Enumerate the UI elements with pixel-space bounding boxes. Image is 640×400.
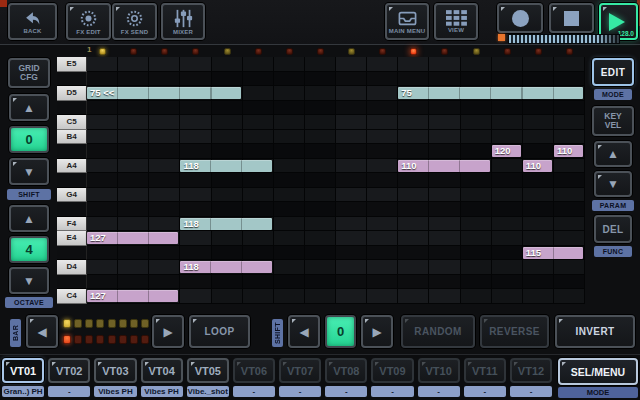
grid-cell[interactable] (429, 217, 460, 232)
grid-cell[interactable] (523, 289, 554, 304)
invert-button[interactable]: INVERT (555, 315, 635, 348)
grid-cell[interactable] (554, 101, 585, 116)
grid-cell[interactable] (87, 115, 118, 130)
grid-cell[interactable] (554, 260, 585, 275)
piano-key-label[interactable]: D4 (57, 260, 87, 275)
grid-cell[interactable] (461, 289, 492, 304)
grid-cell[interactable] (367, 86, 398, 101)
grid-cell[interactable] (398, 57, 429, 72)
grid-cell[interactable] (243, 202, 274, 217)
sequencer-note[interactable]: 118 (180, 160, 271, 172)
grid-cell[interactable] (87, 246, 118, 261)
grid-cell[interactable] (367, 202, 398, 217)
grid-cell[interactable] (305, 144, 336, 159)
grid-cell[interactable] (367, 246, 398, 261)
grid-cell[interactable] (461, 101, 492, 116)
grid-cell[interactable] (180, 72, 211, 87)
piano-key-label[interactable] (57, 173, 87, 188)
grid-cell[interactable] (274, 188, 305, 203)
grid-cell[interactable] (336, 217, 367, 232)
piano-key-label[interactable]: D5 (57, 86, 87, 101)
track-tab-vt04[interactable]: VT04 (141, 358, 183, 383)
grid-cell[interactable] (398, 217, 429, 232)
grid-cell[interactable] (87, 260, 118, 275)
grid-cell[interactable] (305, 202, 336, 217)
grid-cell[interactable] (149, 159, 180, 174)
piano-key-label[interactable]: F4 (57, 217, 87, 232)
grid-cell[interactable] (492, 246, 523, 261)
track-tab-vt05[interactable]: VT05 (187, 358, 229, 383)
grid-cell[interactable] (461, 173, 492, 188)
grid-cell[interactable] (523, 115, 554, 130)
grid-cell[interactable] (118, 188, 149, 203)
grid-cell[interactable] (554, 188, 585, 203)
grid-cell[interactable] (212, 231, 243, 246)
grid-cell[interactable] (492, 217, 523, 232)
grid-cell[interactable] (243, 144, 274, 159)
grid-cell[interactable] (212, 173, 243, 188)
grid-cell[interactable] (523, 275, 554, 290)
grid-cell[interactable] (149, 217, 180, 232)
grid-cell[interactable] (118, 159, 149, 174)
shift-down-button[interactable]: ▼ (9, 158, 49, 185)
grid-cell[interactable] (429, 173, 460, 188)
grid-cell[interactable] (398, 260, 429, 275)
grid-cell[interactable] (212, 72, 243, 87)
stop-button[interactable] (549, 3, 594, 33)
grid-cell[interactable] (212, 188, 243, 203)
grid-cell[interactable] (461, 202, 492, 217)
grid-cell[interactable] (118, 246, 149, 261)
grid-cell[interactable] (305, 231, 336, 246)
grid-cell[interactable] (149, 188, 180, 203)
grid-cell[interactable] (523, 101, 554, 116)
sequencer-note[interactable]: 118 (180, 218, 271, 230)
grid-cell[interactable] (149, 173, 180, 188)
octave-up-button[interactable]: ▲ (9, 205, 49, 232)
sel-menu-button[interactable]: SEL/MENU (558, 358, 638, 385)
track-tab-vt10[interactable]: VT10 (418, 358, 460, 383)
grid-cell[interactable] (274, 72, 305, 87)
grid-cell[interactable] (336, 101, 367, 116)
grid-cell[interactable] (523, 72, 554, 87)
grid-cell[interactable] (87, 173, 118, 188)
grid-cell[interactable] (336, 130, 367, 145)
grid-cell[interactable] (523, 130, 554, 145)
grid-cell[interactable] (243, 173, 274, 188)
grid-cell[interactable] (274, 217, 305, 232)
grid-cell[interactable] (149, 101, 180, 116)
grid-cell[interactable] (243, 231, 274, 246)
grid-cell[interactable] (336, 231, 367, 246)
grid-cell[interactable] (398, 173, 429, 188)
grid-cell[interactable] (149, 57, 180, 72)
grid-cell[interactable] (336, 289, 367, 304)
grid-cell[interactable] (274, 86, 305, 101)
grid-cell[interactable] (398, 130, 429, 145)
grid-cell[interactable] (398, 115, 429, 130)
grid-cell[interactable] (461, 130, 492, 145)
grid-cell[interactable] (461, 217, 492, 232)
grid-cell[interactable] (274, 130, 305, 145)
grid-cell[interactable] (212, 246, 243, 261)
grid-cell[interactable] (398, 231, 429, 246)
grid-cell[interactable] (118, 217, 149, 232)
loop-button[interactable]: LOOP (189, 315, 250, 348)
pattern-shift-left-button[interactable]: ◀ (288, 315, 320, 348)
piano-key-label[interactable]: E5 (57, 57, 87, 72)
grid-cell[interactable] (554, 202, 585, 217)
grid-cell[interactable] (523, 202, 554, 217)
grid-cell[interactable] (87, 130, 118, 145)
grid-cell[interactable] (554, 231, 585, 246)
track-tab-vt02[interactable]: VT02 (48, 358, 90, 383)
grid-cell[interactable] (305, 130, 336, 145)
grid-cell[interactable] (336, 173, 367, 188)
grid-cell[interactable] (243, 57, 274, 72)
grid-cell[interactable] (305, 188, 336, 203)
grid-cell[interactable] (243, 275, 274, 290)
grid-cell[interactable] (367, 231, 398, 246)
grid-cell[interactable] (149, 144, 180, 159)
grid-cfg-button[interactable]: GRID CFG (8, 58, 50, 88)
grid-cell[interactable] (461, 144, 492, 159)
grid-cell[interactable] (87, 57, 118, 72)
piano-key-label[interactable] (57, 101, 87, 116)
grid-cell[interactable] (274, 115, 305, 130)
